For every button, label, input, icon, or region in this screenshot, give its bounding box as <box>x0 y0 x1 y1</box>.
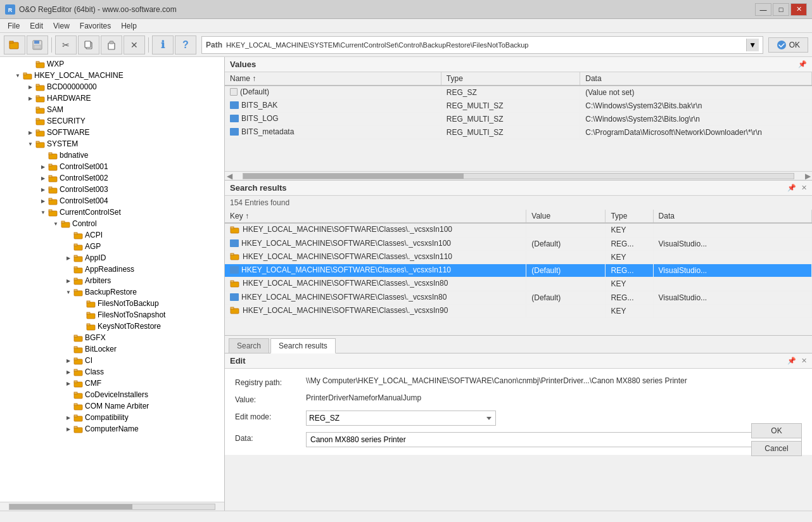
tree-expander[interactable] <box>25 116 35 126</box>
delete-button[interactable]: ✕ <box>124 35 145 54</box>
table-row[interactable]: (Default)REG_SZ(Value not set) <box>225 86 812 99</box>
tree-expander[interactable] <box>63 401 73 411</box>
cut-button[interactable]: ✂ <box>55 35 77 54</box>
table-row[interactable]: HKEY_LOCAL_MACHINE\SOFTWARE\Classes\._vc… <box>225 277 812 291</box>
values-table-container[interactable]: Name ↑ Type Data (Default)REG_SZ(Value n… <box>225 72 812 171</box>
table-row[interactable]: BITS_metadataREG_MULTI_SZC:\ProgramData\… <box>225 126 812 139</box>
tree-expander[interactable]: ▶ <box>25 82 35 92</box>
tree-item[interactable]: WXP <box>0 58 224 70</box>
open-button[interactable] <box>4 35 25 54</box>
save-button[interactable] <box>27 35 48 54</box>
tree-item[interactable]: BitLocker <box>0 343 224 355</box>
tree-expander[interactable]: ▶ <box>38 184 48 194</box>
tree-expander[interactable] <box>25 59 35 69</box>
menu-file[interactable]: File <box>3 20 25 32</box>
menu-edit[interactable]: Edit <box>25 20 48 32</box>
values-horizontal-scrollbar[interactable]: ◀ ▶ <box>225 171 812 180</box>
values-col-data[interactable]: Data <box>580 72 812 86</box>
tree-item[interactable]: SAM <box>0 104 224 115</box>
tree-expander[interactable]: ▶ <box>63 253 73 263</box>
tree-expander[interactable]: ▼ <box>63 287 73 297</box>
tree-item[interactable]: FilesNotToBackup <box>0 298 224 309</box>
edit-ok-button[interactable]: OK <box>751 423 802 438</box>
help-button[interactable]: ? <box>175 35 196 54</box>
search-pin-icon[interactable]: 📌 <box>787 184 796 192</box>
tree-item[interactable]: FilesNotToSnapshot <box>0 309 224 321</box>
edit-close-icon[interactable]: ✕ <box>801 357 807 365</box>
tree-item[interactable]: ▼Control <box>0 218 224 229</box>
tree-item[interactable]: ▶CI <box>0 355 224 366</box>
table-row[interactable]: HKEY_LOCAL_MACHINE\SOFTWARE\Classes\._vc… <box>225 291 812 304</box>
tree-expander[interactable]: ▶ <box>25 127 35 137</box>
paste-button[interactable] <box>101 35 122 54</box>
search-col-value[interactable]: Value <box>526 210 606 223</box>
menu-favorites[interactable]: Favorites <box>75 20 116 32</box>
search-results-table-container[interactable]: Key ↑ Value Type Data HKEY_LOCAL_MACHINE… <box>225 210 812 335</box>
table-row[interactable]: HKEY_LOCAL_MACHINE\SOFTWARE\Classes\._vc… <box>225 250 812 264</box>
tree-item[interactable]: ▶BCD00000000 <box>0 81 224 92</box>
search-col-key[interactable]: Key ↑ <box>225 210 526 223</box>
tab-search[interactable]: Search <box>229 338 269 353</box>
tree-expander[interactable] <box>76 310 86 320</box>
edit-mode-select[interactable]: REG_SZ REG_EXPAND_SZ REG_MULTI_SZ REG_DW… <box>306 411 496 426</box>
minimize-button[interactable]: — <box>755 3 771 16</box>
table-row[interactable]: BITS_BAKREG_MULTI_SZC:\Windows\System32\… <box>225 99 812 113</box>
tree-item[interactable]: ▶ComputerName <box>0 423 224 435</box>
tree-expander[interactable]: ▶ <box>63 412 73 423</box>
tree-item[interactable]: ▶SOFTWARE <box>0 127 224 138</box>
tree-item[interactable]: AppReadiness <box>0 264 224 275</box>
tree-expander[interactable]: ▶ <box>25 93 35 103</box>
tree-item[interactable]: ▼HKEY_LOCAL_MACHINE <box>0 70 224 81</box>
tree-item[interactable]: KeysNotToRestore <box>0 321 224 332</box>
search-col-data[interactable]: Data <box>653 210 811 223</box>
search-close-icon[interactable]: ✕ <box>801 184 807 192</box>
tree-expander[interactable]: ▼ <box>13 70 23 80</box>
tree-item[interactable]: ▶Class <box>0 366 224 378</box>
tree-expander[interactable]: ▶ <box>38 162 48 172</box>
tree-expander[interactable] <box>63 264 73 274</box>
edit-pin-icon[interactable]: 📌 <box>787 357 796 365</box>
tree-item[interactable]: ▶ControlSet001 <box>0 161 224 172</box>
path-dropdown[interactable]: ▼ <box>746 39 759 51</box>
edit-cancel-button[interactable]: Cancel <box>751 441 802 456</box>
tree-expander[interactable] <box>63 333 73 343</box>
tree-expander[interactable]: ▶ <box>38 196 48 206</box>
tree-expander[interactable]: ▶ <box>38 173 48 183</box>
table-row[interactable]: BITS_LOGREG_MULTI_SZC:\Windows\System32\… <box>225 113 812 126</box>
tree-item[interactable]: COM Name Arbiter <box>0 400 224 412</box>
tree-expander[interactable]: ▼ <box>25 139 35 149</box>
table-row[interactable]: HKEY_LOCAL_MACHINE\SOFTWARE\Classes\._vc… <box>225 237 812 250</box>
table-row[interactable]: HKEY_LOCAL_MACHINE\SOFTWARE\Classes\._vc… <box>225 264 812 277</box>
tree-expander[interactable]: ▶ <box>63 367 73 377</box>
tree-expander[interactable]: ▶ <box>63 355 73 366</box>
maximize-button[interactable]: □ <box>773 3 789 16</box>
tree-item[interactable]: bdnative <box>0 150 224 161</box>
tree-expander[interactable]: ▼ <box>51 219 61 229</box>
tree-expander[interactable] <box>76 321 86 331</box>
tree-expander[interactable]: ▶ <box>63 276 73 286</box>
tree-expander[interactable]: ▼ <box>38 207 48 217</box>
values-col-type[interactable]: Type <box>441 72 580 86</box>
info-button[interactable]: ℹ <box>152 35 174 54</box>
tree-expander[interactable] <box>76 298 86 309</box>
table-row[interactable]: HKEY_LOCAL_MACHINE\SOFTWARE\Classes\._vc… <box>225 223 812 237</box>
tree-item[interactable]: BGFX <box>0 332 224 343</box>
tree-item[interactable]: ▶ControlSet004 <box>0 195 224 207</box>
close-button[interactable]: ✕ <box>790 3 807 16</box>
tree-item[interactable]: ▶HARDWARE <box>0 92 224 104</box>
tree-expander[interactable] <box>63 230 73 240</box>
values-col-name[interactable]: Name ↑ <box>225 72 441 86</box>
tree-item[interactable]: AGP <box>0 241 224 252</box>
tree-item[interactable]: ▶Arbiters <box>0 275 224 286</box>
tree-item[interactable]: SECURITY <box>0 115 224 127</box>
tree-item[interactable]: CoDeviceInstallers <box>0 389 224 400</box>
tree-item[interactable]: ACPI <box>0 229 224 241</box>
tree-item[interactable]: ▼SYSTEM <box>0 138 224 150</box>
tree-expander[interactable] <box>25 105 35 115</box>
menu-help[interactable]: Help <box>116 20 142 32</box>
values-pin-icon[interactable]: 📌 <box>798 60 807 68</box>
tab-search-results[interactable]: Search results <box>270 338 336 353</box>
search-col-type[interactable]: Type <box>606 210 653 223</box>
tree-expander[interactable]: ▶ <box>63 378 73 388</box>
tree-item[interactable]: ▶AppID <box>0 252 224 264</box>
